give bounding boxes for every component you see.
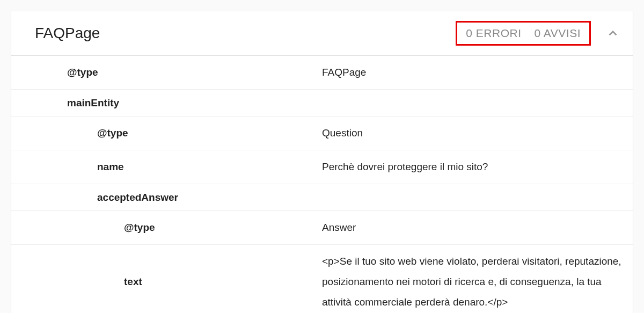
property-row: @typeQuestion — [11, 117, 633, 150]
property-value: Question — [322, 117, 633, 150]
property-key: text — [11, 272, 322, 292]
panel-title: FAQPage — [35, 25, 456, 42]
property-key: @type — [11, 62, 322, 83]
panel-header[interactable]: FAQPage 0 ERRORI 0 AVVISI — [11, 11, 633, 56]
property-key: mainEntity — [11, 93, 322, 113]
property-key: @type — [11, 123, 322, 143]
property-value: Perchè dovrei proteggere il mio sito? — [322, 150, 633, 184]
property-row: @typeAnswer — [11, 211, 633, 245]
property-value — [322, 97, 633, 110]
property-value: <p>Se il tuo sito web viene violato, per… — [322, 245, 633, 313]
property-row: @typeFAQPage — [11, 56, 633, 90]
warnings-count: 0 AVVISI — [535, 27, 581, 40]
property-key: acceptedAnswer — [11, 187, 322, 208]
property-value: Answer — [322, 211, 633, 244]
property-key: @type — [11, 217, 322, 238]
structured-data-panel: FAQPage 0 ERRORI 0 AVVISI @typeFAQPagema… — [11, 11, 633, 313]
errors-count: 0 ERRORI — [466, 27, 521, 40]
property-value: FAQPage — [322, 56, 633, 89]
chevron-up-icon[interactable] — [606, 26, 620, 40]
property-row: text<p>Se il tuo sito web viene violato,… — [11, 245, 633, 313]
property-value — [322, 191, 633, 204]
property-key: name — [11, 157, 322, 177]
property-row: acceptedAnswer — [11, 184, 633, 211]
status-group: 0 ERRORI 0 AVVISI — [456, 21, 591, 46]
property-row: namePerchè dovrei proteggere il mio sito… — [11, 150, 633, 184]
property-row: mainEntity — [11, 90, 633, 117]
property-rows: @typeFAQPagemainEntity@typeQuestionnameP… — [11, 56, 633, 313]
